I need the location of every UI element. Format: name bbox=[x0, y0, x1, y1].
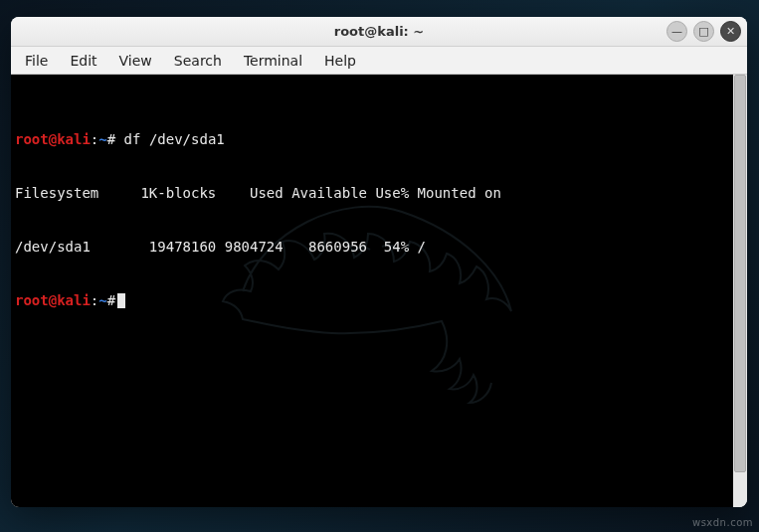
menu-file[interactable]: File bbox=[15, 49, 58, 73]
prompt-symbol: # bbox=[107, 131, 115, 147]
menu-terminal[interactable]: Terminal bbox=[234, 49, 312, 73]
menu-search[interactable]: Search bbox=[164, 49, 232, 73]
prompt-path: ~ bbox=[98, 131, 106, 147]
titlebar[interactable]: root@kali: ~ — □ ✕ bbox=[11, 17, 747, 47]
command-text: df /dev/sda1 bbox=[124, 131, 225, 147]
menu-help[interactable]: Help bbox=[314, 49, 366, 73]
terminal-window: root@kali: ~ — □ ✕ File Edit View Search… bbox=[11, 17, 747, 507]
prompt-user2: root@kali bbox=[15, 292, 91, 308]
output-row: /dev/sda1 19478160 9804724 8660956 54% / bbox=[15, 238, 729, 256]
window-controls: — □ ✕ bbox=[666, 21, 741, 42]
close-button[interactable]: ✕ bbox=[720, 21, 741, 42]
term-line-1: root@kali:~# df /dev/sda1 bbox=[15, 130, 729, 148]
terminal-body[interactable]: root@kali:~# df /dev/sda1 Filesystem 1K-… bbox=[11, 75, 733, 507]
minimize-button[interactable]: — bbox=[666, 21, 687, 42]
maximize-button[interactable]: □ bbox=[693, 21, 714, 42]
output-header: Filesystem 1K-blocks Used Available Use%… bbox=[15, 184, 729, 202]
menubar: File Edit View Search Terminal Help bbox=[11, 47, 747, 75]
prompt-path2: ~ bbox=[98, 292, 106, 308]
cursor bbox=[117, 293, 125, 308]
watermark: wsxdn.com bbox=[692, 517, 753, 528]
prompt-symbol2: # bbox=[107, 292, 115, 308]
terminal-wrap: root@kali:~# df /dev/sda1 Filesystem 1K-… bbox=[11, 75, 747, 507]
menu-view[interactable]: View bbox=[109, 49, 162, 73]
term-line-prompt2: root@kali:~# bbox=[15, 291, 729, 309]
scroll-thumb[interactable] bbox=[734, 75, 746, 472]
scrollbar[interactable] bbox=[733, 75, 747, 507]
menu-edit[interactable]: Edit bbox=[60, 49, 106, 73]
prompt-user: root@kali bbox=[15, 131, 91, 147]
window-title: root@kali: ~ bbox=[334, 24, 424, 39]
